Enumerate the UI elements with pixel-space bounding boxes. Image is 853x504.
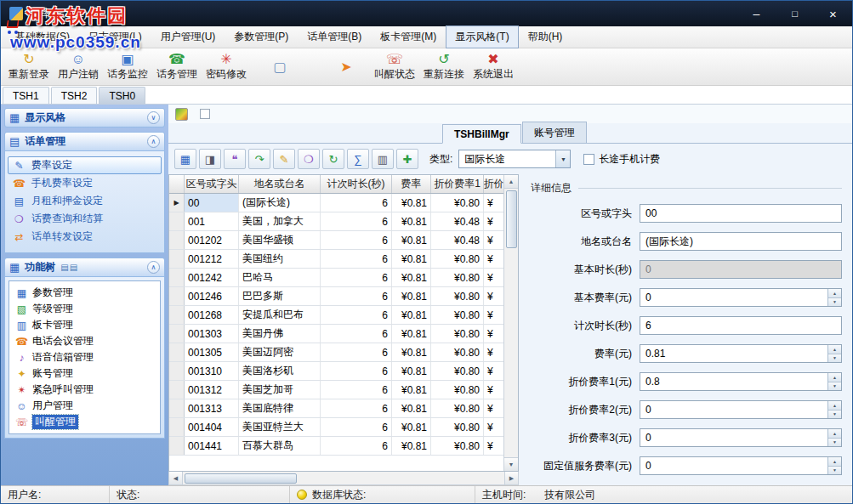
panel-bill-mgmt-header[interactable]: ▤ 话单管理 ∧ bbox=[4, 132, 165, 151]
table-row[interactable]: 001242 巴哈马 6 ¥0.81 ¥0.80 ¥ bbox=[169, 269, 503, 287]
row-selector[interactable] bbox=[169, 381, 185, 399]
traffic-monitor-button[interactable]: ▣ 话务监控 bbox=[103, 49, 152, 85]
sidebar-item-rate-setting[interactable]: ✎ 费率设定 bbox=[8, 156, 162, 174]
spin-down-icon[interactable]: ▼ bbox=[828, 466, 841, 475]
row-selector[interactable] bbox=[169, 362, 185, 380]
sidebar-item-rent-deposit[interactable]: ▤ 月租和押金设定 bbox=[5, 192, 164, 210]
spin-down-icon[interactable]: ▼ bbox=[828, 438, 841, 447]
mobile-billing-checkbox[interactable]: 长途手机计费 bbox=[583, 152, 660, 167]
sidebar-item-mobile-rate[interactable]: ☎ 手机费率设定 bbox=[5, 174, 164, 192]
spin-down-icon[interactable]: ▼ bbox=[828, 410, 841, 419]
sidebar-item-bill-forward[interactable]: ⇄ 话单转发设定 bbox=[5, 228, 164, 246]
style-palette-icon[interactable] bbox=[175, 108, 188, 121]
sum-button[interactable]: ∑ bbox=[347, 149, 369, 169]
horizontal-scrollbar[interactable]: ◀ ▶ bbox=[168, 472, 519, 485]
row-selector[interactable] bbox=[169, 287, 185, 305]
menu-item[interactable]: 基础数据(S) bbox=[6, 25, 79, 48]
traffic-manage-button[interactable]: ☎ 话务管理 bbox=[152, 49, 202, 85]
horizontal-scrollbar-thumb[interactable] bbox=[185, 473, 297, 484]
logout-button[interactable]: ☺ 用户注销 bbox=[54, 49, 103, 85]
tree-item-conference-mgmt[interactable]: ☎ 电话会议管理 bbox=[11, 333, 158, 349]
table-row[interactable]: 001312 美国芝加哥 6 ¥0.81 ¥0.80 ¥ bbox=[169, 381, 503, 399]
change-password-button[interactable]: ✳ 密码修改 bbox=[202, 49, 251, 85]
chevron-down-icon[interactable]: ∨ bbox=[147, 111, 160, 124]
tab-account-mgmt[interactable]: 账号管理 bbox=[522, 122, 587, 143]
menu-item[interactable]: 日志管理(L) bbox=[79, 25, 151, 48]
grid-view-button[interactable]: ▦ bbox=[174, 149, 196, 169]
session-tab[interactable]: TSH1 bbox=[3, 87, 49, 104]
tree-item-board-mgmt[interactable]: ▥ 板卡管理 bbox=[11, 317, 158, 333]
refresh-button[interactable]: ↻ bbox=[322, 149, 344, 169]
scroll-right-icon[interactable]: ▶ bbox=[504, 472, 518, 484]
row-selector[interactable] bbox=[169, 212, 185, 230]
vertical-scrollbar-thumb[interactable] bbox=[506, 190, 517, 248]
table-row[interactable]: 001212 美国纽约 6 ¥0.81 ¥0.80 ¥ bbox=[169, 250, 503, 269]
wake-status-button[interactable]: ☏ 叫醒状态 bbox=[370, 49, 419, 85]
tab-tshbillmgr[interactable]: TSHBillMgr bbox=[442, 124, 521, 144]
field-input[interactable]: 0 ▲ ▼ bbox=[640, 288, 842, 307]
row-selector[interactable] bbox=[169, 399, 185, 417]
menu-item[interactable]: 帮助(H) bbox=[519, 25, 572, 48]
document-button[interactable]: ▢ bbox=[263, 49, 297, 85]
row-selector[interactable] bbox=[169, 306, 185, 324]
session-tab[interactable]: TSH2 bbox=[51, 87, 98, 104]
table-row[interactable]: 001305 美国迈阿密 6 ¥0.81 ¥0.80 ¥ bbox=[169, 343, 503, 362]
field-input[interactable]: (国际长途) ▲ ▼ bbox=[640, 232, 842, 251]
tree-item-level-mgmt[interactable]: ▧ 等级管理 bbox=[11, 301, 158, 317]
row-selector[interactable] bbox=[169, 250, 185, 268]
field-input[interactable]: 0 ▲ ▼ bbox=[640, 456, 842, 475]
maximize-button[interactable]: □ bbox=[776, 1, 814, 26]
relogin-button[interactable]: ↻ 重新登录 bbox=[4, 49, 54, 85]
column-header[interactable]: 折价 bbox=[484, 175, 503, 193]
field-input[interactable]: 0 ▲ ▼ bbox=[640, 260, 842, 279]
column-header[interactable]: 折价费率1 bbox=[431, 175, 484, 193]
comment-button[interactable]: ❝ bbox=[224, 149, 246, 169]
menu-item[interactable]: 参数管理(P) bbox=[225, 25, 298, 48]
table-row[interactable]: 001310 美国洛杉矶 6 ¥0.81 ¥0.80 ¥ bbox=[169, 362, 503, 381]
spin-down-icon[interactable]: ▼ bbox=[828, 382, 841, 391]
menu-item[interactable]: 话单管理(B) bbox=[298, 25, 371, 48]
spin-up-icon[interactable]: ▲ bbox=[828, 373, 841, 382]
column-header[interactable]: 计次时长(秒) bbox=[321, 175, 392, 193]
table-row[interactable]: 001303 美国丹佛 6 ¥0.81 ¥0.80 ¥ bbox=[169, 325, 503, 343]
session-tab[interactable]: TSH0 bbox=[99, 87, 145, 104]
tree-item-param-mgmt[interactable]: ▦ 参数管理 bbox=[11, 285, 158, 301]
field-input[interactable]: 0 ▲ ▼ bbox=[640, 428, 842, 447]
table-row[interactable]: 001441 百慕大群岛 6 ¥0.81 ¥0.80 ¥ bbox=[169, 437, 503, 456]
table-row[interactable]: 001 美国，加拿大 6 ¥0.81 ¥0.48 ¥ bbox=[169, 212, 503, 231]
close-button[interactable]: × bbox=[814, 1, 852, 26]
menu-item[interactable]: 显示风格(T) bbox=[446, 25, 518, 48]
field-input[interactable]: 00 ▲ ▼ bbox=[640, 204, 842, 223]
table-row[interactable]: 001404 美国亚特兰大 6 ¥0.81 ¥0.80 ¥ bbox=[169, 418, 503, 437]
spin-up-icon[interactable]: ▲ bbox=[828, 345, 841, 354]
sidebar-item-fee-query[interactable]: ❍ 话费查询和结算 bbox=[5, 210, 164, 228]
scroll-down-icon[interactable]: ▼ bbox=[504, 457, 519, 471]
row-selector[interactable] bbox=[169, 269, 185, 286]
checkbox-box[interactable] bbox=[583, 154, 594, 165]
add-button[interactable]: ✚ bbox=[396, 149, 418, 169]
type-select[interactable]: 国际长途 ▼ bbox=[458, 150, 571, 168]
tree-item-voicemail-mgmt[interactable]: ♪ 语音信箱管理 bbox=[11, 349, 158, 365]
scroll-up-icon[interactable]: ▲ bbox=[504, 175, 519, 189]
table-row[interactable]: ▶ 00 (国际长途) 6 ¥0.81 ¥0.80 ¥ bbox=[169, 194, 503, 212]
field-input[interactable]: 0.8 ▲ ▼ bbox=[640, 372, 842, 391]
edit-button[interactable]: ✎ bbox=[273, 149, 295, 169]
scroll-left-icon[interactable]: ◀ bbox=[169, 472, 183, 484]
data-button[interactable]: ▥ bbox=[372, 149, 394, 169]
system-exit-button[interactable]: ✖ 系统退出 bbox=[469, 49, 518, 85]
export-button[interactable]: ◨ bbox=[199, 149, 221, 169]
panel-function-tree-header[interactable]: ▦ 功能树 ▤▤ ∧ bbox=[4, 258, 165, 277]
spin-down-icon[interactable]: ▼ bbox=[828, 297, 841, 307]
spin-up-icon[interactable]: ▲ bbox=[828, 401, 841, 410]
spin-up-icon[interactable]: ▲ bbox=[828, 289, 841, 297]
column-header[interactable]: 区号或字头 bbox=[185, 175, 239, 193]
run-button[interactable]: ➤ bbox=[329, 49, 363, 85]
reconnect-button[interactable]: ↺ 重新连接 bbox=[419, 49, 469, 85]
field-input[interactable]: 6 ▲ ▼ bbox=[640, 316, 842, 335]
table-row[interactable]: 001202 美国华盛顿 6 ¥0.81 ¥0.48 ¥ bbox=[169, 231, 503, 250]
column-header[interactable]: 费率 bbox=[392, 175, 431, 193]
tree-item-account-mgmt[interactable]: ✦ 账号管理 bbox=[11, 365, 158, 382]
spin-up-icon[interactable]: ▲ bbox=[828, 429, 841, 438]
chevron-up-icon[interactable]: ∧ bbox=[147, 261, 160, 274]
tree-item-user-mgmt[interactable]: ☺ 用户管理 bbox=[11, 398, 158, 414]
